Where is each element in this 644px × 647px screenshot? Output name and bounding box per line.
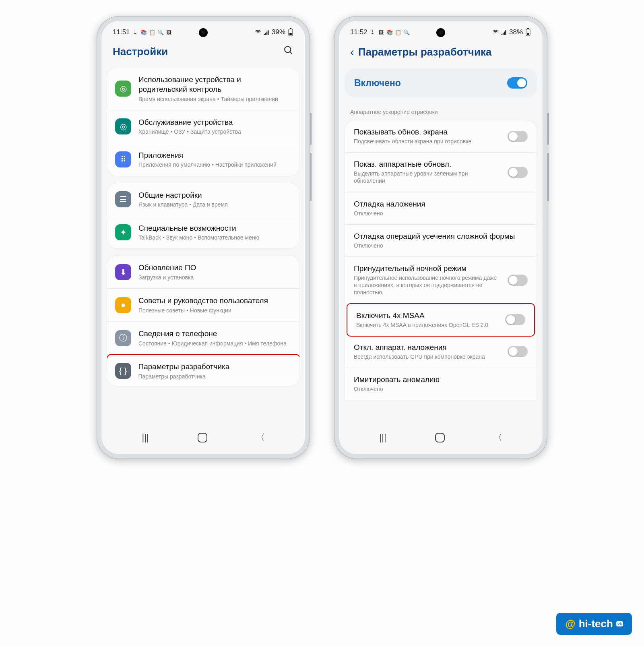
dev-option-title: Показывать обнов. экрана <box>354 128 500 136</box>
settings-row-sub: Полезные советы • Новые функции <box>138 307 291 314</box>
status-left: 11:51 ⇣ 📚 📋 🔍 🖼 <box>113 28 172 36</box>
svg-rect-7 <box>527 33 529 35</box>
dev-option-text: Показывать обнов. экранаПодсвечивать обл… <box>354 128 502 145</box>
phone-frame-right: 11:52 ⇣ 🖼 📚 📋 🔍 38% <box>334 16 547 459</box>
nav-home[interactable] <box>435 433 445 442</box>
screen-right: 11:52 ⇣ 🖼 📚 📋 🔍 38% <box>339 21 543 454</box>
phone-frame-left: 11:51 ⇣ 📚 📋 🔍 🖼 39% Нас <box>97 16 310 459</box>
battery-icon <box>287 29 294 35</box>
volume-button[interactable] <box>310 153 312 201</box>
settings-row-sub: Хранилище • ОЗУ • Защита устройства <box>138 128 291 135</box>
settings-row[interactable]: ◎Обслуживание устройстваХранилище • ОЗУ … <box>107 110 299 143</box>
nav-home[interactable] <box>198 433 207 442</box>
status-icon: 📋 <box>149 29 155 35</box>
settings-row-icon: ◎ <box>115 81 131 97</box>
nav-back[interactable]: 〈 <box>493 432 502 444</box>
dev-option-row[interactable]: Включить 4x MSAAВключить 4x MSAA в прило… <box>347 303 535 337</box>
battery-percent: 39% <box>272 28 285 36</box>
dev-option-text: Включить 4x MSAAВключить 4x MSAA в прило… <box>356 311 500 329</box>
settings-row-title: Приложения <box>138 151 291 160</box>
status-right: 39% <box>255 28 294 36</box>
status-time: 11:51 <box>113 28 130 36</box>
settings-row-title: Сведения о телефоне <box>138 329 291 339</box>
settings-row-title: Советы и руководство пользователя <box>138 296 291 306</box>
dev-option-title: Показ. аппаратные обновл. <box>354 160 500 169</box>
power-button[interactable] <box>547 113 549 145</box>
dev-options-content[interactable]: Включено Аппаратное ускорение отрисовки … <box>339 68 543 424</box>
status-icon: 📚 <box>140 29 147 35</box>
status-icon: ⇣ <box>369 29 376 35</box>
settings-row-text: Использование устройства и родительский … <box>138 75 291 103</box>
dev-option-sub: Всегда использовать GPU при компоновке э… <box>354 353 500 360</box>
settings-group: ⬇Обновление ПОЗагрузка и установка●Совет… <box>107 256 299 386</box>
settings-list[interactable]: ◎Использование устройства и родительский… <box>101 68 305 424</box>
dev-option-sub: Отключено <box>354 385 526 393</box>
nav-recent[interactable]: ||| <box>379 432 386 443</box>
settings-row-text: Специальные возможностиTalkBack • Звук м… <box>138 223 291 242</box>
settings-group: ◎Использование устройства и родительский… <box>107 68 299 176</box>
settings-row[interactable]: { }Параметры разработчикаПараметры разра… <box>107 354 299 386</box>
settings-row[interactable]: ◎Использование устройства и родительский… <box>107 68 299 110</box>
settings-row[interactable]: ●Советы и руководство пользователяПолезн… <box>107 289 299 322</box>
status-icon: 📋 <box>395 29 401 35</box>
section-title: Аппаратное ускорение отрисовки <box>345 105 537 120</box>
dev-option-row[interactable]: Принудительный ночной режимПринудительно… <box>345 257 537 304</box>
back-icon[interactable]: ‹ <box>350 45 354 59</box>
dev-option-toggle[interactable] <box>508 167 528 178</box>
settings-row-icon: { } <box>115 363 131 379</box>
dev-option-toggle[interactable] <box>508 275 528 286</box>
dev-option-text: Имитировать аномалиюОтключено <box>354 375 528 393</box>
dev-option-toggle[interactable] <box>508 346 528 357</box>
dev-option-toggle[interactable] <box>508 131 528 142</box>
status-left: 11:52 ⇣ 🖼 📚 📋 🔍 <box>350 28 410 36</box>
page-header: ‹ Параметры разработчика <box>339 39 543 68</box>
master-toggle[interactable] <box>507 77 527 89</box>
dev-option-text: Принудительный ночной режимПринудительно… <box>354 264 502 296</box>
front-camera <box>436 28 445 37</box>
dev-option-row[interactable]: Показывать обнов. экранаПодсвечивать обл… <box>345 120 537 153</box>
status-icon: 📚 <box>386 29 393 35</box>
dev-option-toggle[interactable] <box>505 314 525 325</box>
dev-option-title: Отладка наложения <box>354 200 526 209</box>
settings-row[interactable]: ✦Специальные возможностиTalkBack • Звук … <box>107 216 299 249</box>
settings-row-sub: Параметры разработчика <box>138 373 292 380</box>
search-icon[interactable] <box>283 45 294 58</box>
settings-row-sub: TalkBack • Звук моно • Вспомогательное м… <box>138 234 291 241</box>
dev-option-sub: Отключено <box>354 210 526 217</box>
nav-recent[interactable]: ||| <box>142 432 149 443</box>
status-icon: 🖼 <box>166 29 172 35</box>
settings-row-title: Общие настройки <box>138 190 291 200</box>
master-toggle-row[interactable]: Включено <box>345 68 537 97</box>
power-button[interactable] <box>310 113 312 145</box>
settings-row-text: ПриложенияПриложения по умолчанию • Наст… <box>138 151 291 169</box>
dev-option-row[interactable]: Имитировать аномалиюОтключено <box>345 368 537 400</box>
settings-row-title: Обслуживание устройства <box>138 118 291 127</box>
settings-row-sub: Состояние • Юридическая информация • Имя… <box>138 340 291 347</box>
volume-button[interactable] <box>547 153 549 201</box>
page-title: Параметры разработчика <box>358 46 491 58</box>
settings-row[interactable]: ⬇Обновление ПОЗагрузка и установка <box>107 256 299 289</box>
dev-option-text: Отладка наложенияОтключено <box>354 200 528 217</box>
status-icon: 🖼 <box>378 29 384 35</box>
settings-row-text: Обслуживание устройстваХранилище • ОЗУ •… <box>138 118 291 136</box>
settings-row-sub: Время использования экрана • Таймеры при… <box>138 95 291 103</box>
settings-row[interactable]: ☰Общие настройкиЯзык и клавиатура • Дата… <box>107 183 299 216</box>
svg-line-4 <box>290 52 292 54</box>
dev-option-row[interactable]: Откл. аппарат. наложенияВсегда использов… <box>345 336 537 368</box>
dev-option-sub: Принудительное использование ночного реж… <box>354 274 500 296</box>
settings-row[interactable]: ⠿ПриложенияПриложения по умолчанию • Нас… <box>107 143 299 176</box>
wifi-icon <box>492 29 499 35</box>
dev-option-row[interactable]: Отладка операций усечения сложной формыО… <box>345 225 537 257</box>
screen-left: 11:51 ⇣ 📚 📋 🔍 🖼 39% Нас <box>101 21 305 454</box>
page-title: Настройки <box>113 45 168 58</box>
settings-row-sub: Язык и клавиатура • Дата и время <box>138 201 291 208</box>
svg-rect-6 <box>527 28 529 29</box>
settings-row[interactable]: ⓘСведения о телефонеСостояние • Юридичес… <box>107 322 299 355</box>
settings-row-title: Использование устройства и родительский … <box>138 75 291 94</box>
dev-option-row[interactable]: Показ. аппаратные обновл.Выделять аппара… <box>345 153 537 192</box>
svg-rect-2 <box>289 33 292 35</box>
dev-option-row[interactable]: Отладка наложенияОтключено <box>345 192 537 225</box>
settings-row-sub: Приложения по умолчанию • Настройки прил… <box>138 161 291 168</box>
dev-option-text: Отладка операций усечения сложной формыО… <box>354 232 528 249</box>
nav-back[interactable]: 〈 <box>256 432 265 444</box>
